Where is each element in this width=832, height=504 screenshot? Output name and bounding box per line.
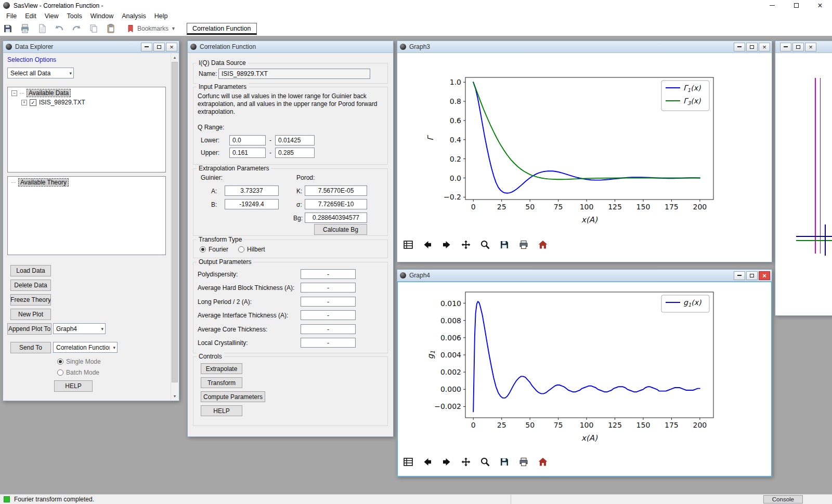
background-field[interactable]: 0.288640394577 <box>305 213 367 223</box>
append-plot-to-button[interactable]: Append Plot To <box>7 323 51 335</box>
lower-min-field[interactable]: 0.0 <box>229 135 266 145</box>
window-minimize-button[interactable] <box>734 43 745 51</box>
batch-mode-radio[interactable]: Batch Mode <box>57 369 99 376</box>
new-plot-button[interactable]: New Plot <box>10 309 51 320</box>
window-titlebar[interactable]: Data Explorer × <box>3 41 179 53</box>
perspective-tab-correlation-function[interactable]: Correlation Function <box>187 23 257 35</box>
collapse-icon[interactable]: − <box>11 90 17 96</box>
tree-row-available-theory[interactable]: Available Theory <box>8 177 165 187</box>
copy-button[interactable] <box>87 22 100 35</box>
extrapolate-button[interactable]: Extrapolate <box>201 363 242 374</box>
back-button[interactable] <box>421 238 434 251</box>
window-minimize-button[interactable] <box>780 43 791 51</box>
new-document-button[interactable] <box>35 22 49 35</box>
menu-edit[interactable]: Edit <box>21 11 41 21</box>
graph4-plot[interactable]: 0255075100125150175200−0.0020.0000.0020.… <box>397 282 772 444</box>
window-restore-button[interactable] <box>746 271 758 280</box>
scroll-thumb[interactable] <box>172 62 178 382</box>
transform-button[interactable]: Transform <box>201 377 242 388</box>
app-minimize-button[interactable] <box>760 0 784 11</box>
expand-icon[interactable]: + <box>21 100 27 105</box>
window-minimize-button[interactable] <box>141 43 152 51</box>
report-button[interactable] <box>18 22 32 35</box>
menu-help[interactable]: Help <box>150 11 172 21</box>
lower-max-field[interactable]: 0.01425 <box>275 135 315 145</box>
selection-options-link[interactable]: Selection Options <box>7 56 56 63</box>
bookmarks-dropdown[interactable]: Bookmarks ▼ <box>126 24 176 33</box>
plot-options-button[interactable] <box>401 238 415 251</box>
guinier-b-field[interactable]: -19249.4 <box>225 199 279 209</box>
forward-button[interactable] <box>440 238 453 251</box>
append-plot-target-combo[interactable]: Graph4 ▾ <box>53 323 106 334</box>
forward-button[interactable] <box>440 455 453 469</box>
menu-window[interactable]: Window <box>86 11 118 21</box>
tree-row-available-data[interactable]: − Available Data <box>8 87 165 97</box>
zoom-button[interactable] <box>478 238 492 251</box>
data-explorer-scrollbar[interactable]: ▲ ▼ <box>171 54 178 400</box>
window-titlebar[interactable]: Correlation Function <box>188 41 393 53</box>
menu-view[interactable]: View <box>41 11 63 21</box>
porod-sigma-field[interactable]: 7.72659E-10 <box>305 199 367 209</box>
upper-max-field[interactable]: 0.285 <box>275 148 315 158</box>
corfunc-help-button[interactable]: HELP <box>201 405 242 416</box>
freeze-theory-button[interactable]: Freeze Theory <box>10 294 51 306</box>
window-minimize-button[interactable] <box>734 271 745 280</box>
tree-row-data-file[interactable]: + ✓ ISIS_98929.TXT <box>8 97 165 106</box>
save-plot-button[interactable] <box>498 455 511 469</box>
hard-block-thickness-field[interactable]: - <box>301 283 356 293</box>
load-data-button[interactable]: Load Data <box>10 265 51 276</box>
fourier-radio[interactable]: Fourier <box>200 246 228 253</box>
window-restore-button[interactable] <box>153 43 165 51</box>
plot-options-button[interactable] <box>401 455 415 469</box>
hilbert-radio[interactable]: Hilbert <box>238 246 265 253</box>
app-maximize-button[interactable] <box>784 0 808 11</box>
scroll-up-arrow[interactable]: ▲ <box>171 54 178 61</box>
scroll-down-arrow[interactable]: ▼ <box>171 392 178 400</box>
reset-home-button[interactable] <box>536 455 550 469</box>
menu-file[interactable]: File <box>2 11 21 21</box>
graph3-plot[interactable]: 0255075100125150175200−0.20.00.20.40.60.… <box>397 53 772 237</box>
menu-analysis[interactable]: Analysis <box>118 11 150 21</box>
window-close-button[interactable]: × <box>759 43 770 51</box>
upper-min-field[interactable]: 0.161 <box>229 148 266 158</box>
window-close-button[interactable]: × <box>759 271 770 280</box>
window-titlebar[interactable]: Graph4 × <box>397 270 772 282</box>
window-restore-button[interactable] <box>746 43 758 51</box>
print-plot-button[interactable] <box>517 455 530 469</box>
window-close-button[interactable]: × <box>805 43 816 51</box>
window-close-button[interactable]: × <box>166 43 177 51</box>
long-period-field[interactable]: - <box>301 297 356 307</box>
delete-data-button[interactable]: Delete Data <box>10 280 51 291</box>
pan-button[interactable] <box>459 238 473 251</box>
console-button[interactable]: Console <box>763 495 803 503</box>
polydispersity-field[interactable]: - <box>301 269 356 279</box>
select-all-data-combo[interactable]: Select all Data ▾ <box>7 68 74 78</box>
window-titlebar[interactable]: Graph3 × <box>397 41 772 53</box>
core-thickness-field[interactable]: - <box>301 324 356 334</box>
window-restore-button[interactable] <box>792 43 804 51</box>
save-plot-button[interactable] <box>498 238 511 251</box>
reset-home-button[interactable] <box>536 238 550 251</box>
guinier-a-field[interactable]: 3.73237 <box>225 185 279 196</box>
paste-button[interactable] <box>104 22 118 35</box>
zoom-button[interactable] <box>478 455 492 469</box>
interface-thickness-field[interactable]: - <box>301 310 356 320</box>
undo-button[interactable] <box>53 22 66 35</box>
send-to-perspective-combo[interactable]: Correlation Function ▾ <box>53 342 118 353</box>
pan-button[interactable] <box>459 455 473 469</box>
calculate-bg-button[interactable]: Calculate Bg <box>314 224 367 235</box>
send-to-button[interactable]: Send To <box>10 342 51 353</box>
save-project-button[interactable] <box>1 22 15 35</box>
app-close-button[interactable]: × <box>808 0 832 11</box>
redo-button[interactable] <box>70 22 83 35</box>
local-crystallinity-field[interactable]: - <box>301 338 356 348</box>
single-mode-radio[interactable]: Single Mode <box>57 358 101 365</box>
menu-tools[interactable]: Tools <box>63 11 86 21</box>
data-explorer-help-button[interactable]: HELP <box>54 380 93 392</box>
data-name-field[interactable]: ISIS_98929.TXT <box>218 69 370 79</box>
porod-k-field[interactable]: 7.56770E-05 <box>305 185 367 196</box>
compute-parameters-button[interactable]: Compute Parameters <box>201 391 265 402</box>
back-button[interactable] <box>421 455 434 469</box>
print-plot-button[interactable] <box>517 238 530 251</box>
data-file-checkbox[interactable]: ✓ <box>30 99 36 106</box>
